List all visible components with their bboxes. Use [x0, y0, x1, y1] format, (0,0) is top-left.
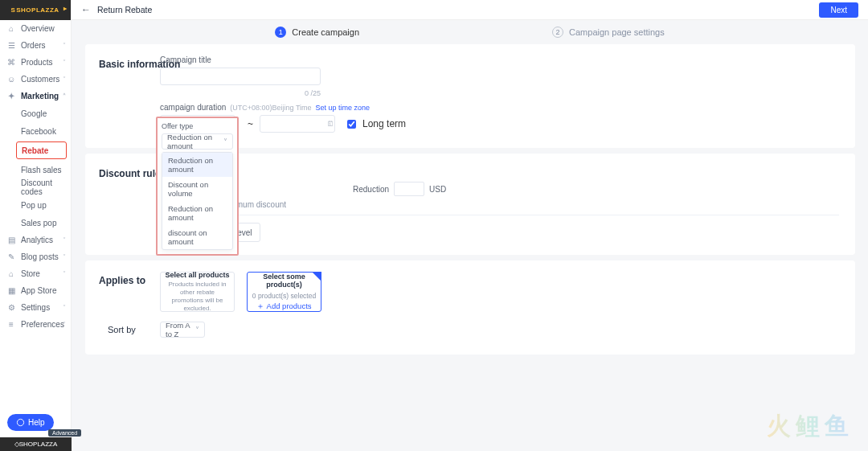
sidebar-label: Overview	[21, 24, 55, 33]
sidebar-sub-flash[interactable]: Flash sales	[0, 161, 71, 178]
sidebar-item-appstore[interactable]: ▦App Store	[0, 282, 71, 299]
add-products-link[interactable]: ＋ Add products	[256, 301, 311, 312]
selected-corner-icon	[312, 272, 321, 281]
offer-option[interactable]: Reduction on amount	[162, 153, 232, 177]
sidebar-sub-salespop[interactable]: Sales pop	[0, 214, 71, 232]
chevron-down-icon: ˅	[63, 270, 66, 277]
footer-brand: SHOPLAZZA	[19, 441, 58, 448]
sidebar: SSHOPLAZZA ▸ ⌂Overview ☰Orders˅ ⌘Product…	[0, 0, 72, 451]
help-label: Help	[28, 418, 45, 427]
section-title: Applies to	[99, 275, 145, 286]
sidebar-sub-rebate[interactable]: Rebate	[16, 141, 67, 159]
sidebar-sub-facebook[interactable]: Facebook	[0, 122, 71, 140]
page-title: Return Rebate	[97, 5, 152, 14]
currency-label: USD	[429, 185, 446, 194]
step-number: 1	[275, 27, 286, 38]
step-label: Create campaign	[292, 27, 359, 37]
offer-type-select[interactable]: Reduction on amount ˅	[162, 133, 233, 150]
date-range-separator: ~	[248, 118, 253, 129]
sidebar-footer-logo: ◇ SHOPLAZZA	[0, 437, 72, 451]
chevron-down-icon: ˅	[223, 137, 227, 146]
sidebar-label: Blog posts	[21, 252, 59, 261]
sort-by-value: From A to Z	[166, 321, 195, 338]
back-arrow-icon[interactable]: ←	[81, 4, 91, 15]
product-scope-cards: Select all products Products included in…	[160, 272, 321, 312]
long-term-checkbox[interactable]	[347, 120, 356, 129]
sidebar-item-blog[interactable]: ✎Blog posts˅	[0, 248, 71, 265]
sidebar-label: Settings	[21, 303, 50, 312]
campaign-title-input[interactable]	[160, 68, 321, 85]
doc-icon: ✎	[6, 252, 16, 261]
sidebar-label: Analytics	[21, 236, 53, 244]
sidebar-label: Customers	[21, 75, 59, 84]
basic-form: Campaign title 0 /25 campaign duration (…	[160, 55, 839, 133]
sidebar-item-marketing[interactable]: ✦Marketing˄	[0, 88, 71, 105]
topbar: ← Return Rebate Next	[72, 0, 868, 20]
campaign-title-label: Campaign title	[160, 55, 839, 64]
sidebar-item-products[interactable]: ⌘Products˅	[0, 54, 71, 71]
chevron-down-icon: ˅	[63, 76, 66, 83]
end-date-input[interactable]	[260, 115, 335, 133]
help-button[interactable]: Help	[7, 414, 54, 431]
offer-type-options: Reduction on amount Discount on volume R…	[162, 152, 233, 250]
chevron-down-icon: ˅	[63, 42, 66, 49]
card-title: Select all products	[165, 271, 229, 279]
long-term-label: Long term	[362, 118, 406, 129]
step-number: 2	[552, 27, 563, 38]
timezone-note: (UTC+08:00)Beijing Time	[230, 104, 311, 112]
chat-icon	[16, 418, 25, 427]
chevron-down-icon: ˅	[63, 304, 66, 311]
stepper: 1 Create campaign 2 Campaign page settin…	[72, 20, 868, 44]
home-icon: ⌂	[6, 24, 16, 33]
sidebar-label: Products	[21, 58, 52, 67]
panel-applies-to: Applies to Select all products Products …	[85, 260, 855, 355]
chevron-up-icon: ˄	[63, 92, 66, 100]
card-desc: Products included in other rebate promot…	[164, 281, 231, 313]
reduction-amount-input[interactable]	[394, 182, 424, 196]
sidebar-item-customers[interactable]: ☺Customers˅	[0, 71, 71, 88]
brand-logo: SSHOPLAZZA ▸	[0, 0, 71, 20]
reduction-label: Reduction	[353, 185, 389, 194]
sort-by-select-wrap: From A to Z ˅	[160, 322, 205, 338]
offer-option[interactable]: discount on amount	[162, 225, 232, 249]
card-all-products[interactable]: Select all products Products included in…	[160, 272, 235, 312]
offer-type-box: Offer type Reduction on amount ˅ Reducti…	[156, 117, 239, 256]
chevron-down-icon: ˅	[195, 326, 199, 334]
sidebar-sub-google[interactable]: Google	[0, 105, 71, 122]
chevron-down-icon: ˅	[63, 236, 66, 244]
sidebar-sub-codes[interactable]: Discount codes	[0, 178, 71, 196]
sidebar-label: Store	[21, 269, 40, 278]
plus-icon: ＋	[256, 301, 264, 310]
step-create-campaign[interactable]: 1 Create campaign	[275, 27, 359, 38]
sidebar-collapse-icon[interactable]: ▸	[63, 5, 68, 12]
sidebar-items: ⌂Overview ☰Orders˅ ⌘Products˅ ☺Customers…	[0, 20, 71, 451]
brand-name: SHOPLAZZA	[16, 6, 59, 14]
store-icon: ⌂	[6, 269, 16, 278]
sidebar-item-settings[interactable]: ⚙Settings˅	[0, 299, 71, 316]
set-timezone-link[interactable]: Set up time zone	[316, 104, 371, 112]
next-button[interactable]: Next	[819, 2, 858, 18]
user-icon: ☺	[6, 75, 16, 84]
offer-option[interactable]: Reduction on amount	[162, 201, 232, 225]
sidebar-item-store[interactable]: ⌂Store˅	[0, 265, 71, 282]
chevron-down-icon: ˅	[63, 59, 66, 66]
offer-type-label: Offer type	[162, 122, 233, 130]
sidebar-item-analytics[interactable]: ▤Analytics˅	[0, 232, 71, 248]
card-title: Select some product(s)	[251, 273, 317, 289]
sidebar-sub-popup[interactable]: Pop up	[0, 196, 71, 214]
step-page-settings[interactable]: 2 Campaign page settings	[552, 27, 665, 38]
rule-divider	[160, 215, 839, 215]
card-some-products[interactable]: Select some product(s) 0 product(s) sele…	[247, 272, 321, 312]
sidebar-item-preferences[interactable]: ≡Preferences˅	[0, 316, 71, 333]
prefs-icon: ≡	[6, 320, 16, 329]
sidebar-item-orders[interactable]: ☰Orders˅	[0, 37, 71, 54]
sort-by-select[interactable]: From A to Z ˅	[160, 322, 205, 338]
advanced-badge: Advanced	[48, 429, 81, 437]
watermark: 火鲤鱼	[767, 410, 854, 443]
add-products-label: Add products	[267, 301, 312, 310]
offer-option[interactable]: Discount on volume	[162, 177, 232, 201]
duration-label: campaign duration	[160, 103, 226, 112]
chart-icon: ▤	[6, 236, 16, 244]
chevron-down-icon: ˅	[63, 321, 66, 328]
sidebar-item-overview[interactable]: ⌂Overview	[0, 20, 71, 37]
